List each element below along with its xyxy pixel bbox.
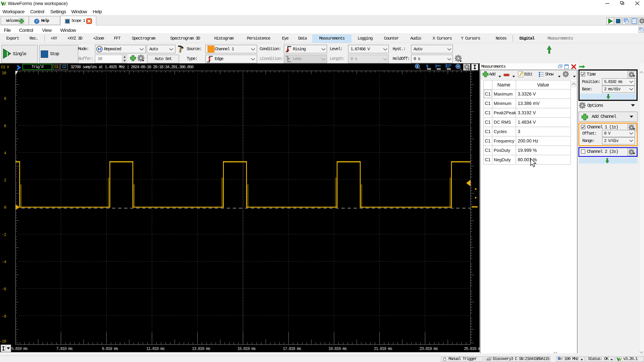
- svg-text:-10: -10: [0, 339, 6, 344]
- svg-text:21.819 ms: 21.819 ms: [374, 347, 392, 351]
- svg-text:-6: -6: [2, 287, 6, 292]
- svg-text:0: 0: [4, 205, 6, 210]
- svg-text:-8: -8: [2, 314, 6, 319]
- svg-text:-4: -4: [2, 260, 6, 265]
- svg-text:9.819 ms: 9.819 ms: [102, 347, 118, 351]
- svg-text:17.819 ms: 17.819 ms: [283, 347, 301, 351]
- svg-text:13.819 ms: 13.819 ms: [192, 347, 210, 351]
- svg-text:15.819 ms: 15.819 ms: [237, 347, 256, 351]
- svg-text:6: 6: [4, 124, 6, 129]
- svg-text:2: 2: [4, 178, 6, 183]
- svg-text:23.819 ms: 23.819 ms: [420, 347, 438, 351]
- svg-text:5.819 ms: 5.819 ms: [11, 347, 28, 351]
- svg-text:11.819 ms: 11.819 ms: [146, 347, 164, 351]
- svg-text:7.819 ms: 7.819 ms: [56, 347, 72, 351]
- svg-text:25.819 m: 25.819 m: [464, 347, 480, 351]
- svg-text:4: 4: [4, 151, 6, 156]
- svg-text:-2: -2: [2, 232, 6, 237]
- svg-text:19.819 ms: 19.819 ms: [328, 347, 347, 351]
- svg-text:?: ?: [36, 19, 38, 23]
- svg-text:1: 1: [6, 50, 9, 57]
- svg-text:10: 10: [2, 71, 6, 76]
- svg-text:8: 8: [4, 96, 6, 101]
